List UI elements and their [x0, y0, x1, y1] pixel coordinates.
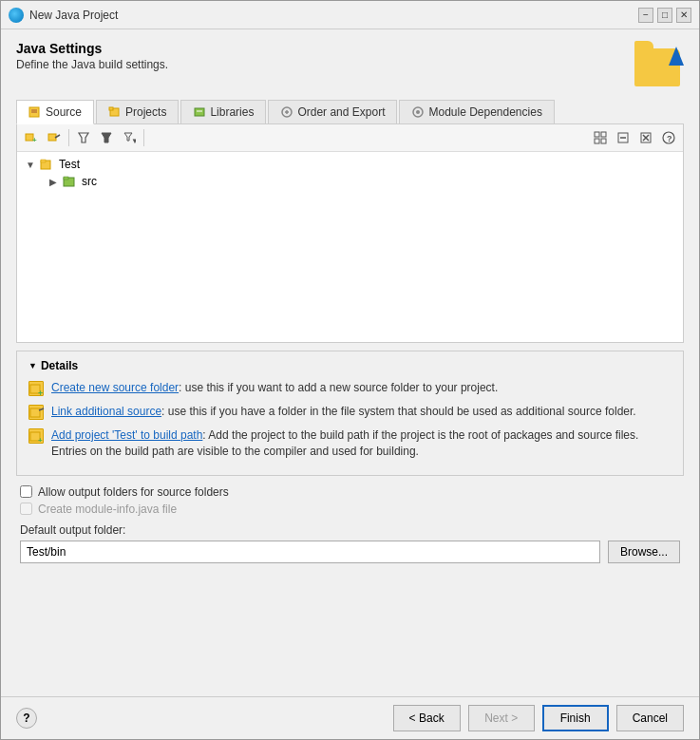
tab-order-label: Order and Export	[297, 105, 385, 119]
cancel-button[interactable]: Cancel	[616, 705, 684, 731]
main-panel: + ▼	[16, 124, 684, 343]
header-section: Java Settings Define the Java build sett…	[16, 41, 684, 90]
expand-all-btn[interactable]	[590, 127, 611, 148]
tree-area: ▼ Test ▶ src	[17, 152, 683, 342]
svg-text:+: +	[38, 436, 43, 445]
next-button[interactable]: Next >	[468, 705, 535, 731]
tree-toolbar: + ▼	[17, 124, 683, 152]
detail-text-suffix-1: : use this if you want to add a new sour…	[179, 381, 498, 394]
toolbar-sep-2	[143, 129, 144, 146]
svg-text:+: +	[38, 389, 43, 397]
close-button[interactable]: ✕	[676, 8, 691, 23]
browse-button[interactable]: Browse...	[608, 541, 680, 563]
filter2-btn[interactable]	[96, 127, 117, 148]
libraries-tab-icon	[193, 105, 206, 119]
tab-source[interactable]: Source	[16, 100, 94, 124]
projects-tab-icon	[108, 105, 122, 119]
title-bar-title: New Java Project	[29, 9, 118, 22]
source-tab-icon	[28, 105, 42, 119]
filter3-btn[interactable]: ▼	[119, 127, 140, 148]
svg-text:+: +	[32, 136, 37, 144]
link-source-btn[interactable]	[44, 127, 65, 148]
svg-rect-34	[64, 177, 68, 180]
module-tab-icon	[411, 105, 425, 119]
output-folder-input[interactable]	[20, 541, 600, 563]
allow-output-label: Allow output folders for source folders	[38, 485, 229, 499]
detail-icon-1: +	[28, 381, 44, 396]
src-folder-icon	[63, 175, 78, 188]
folder-arrow-icon	[669, 47, 684, 66]
tree-item-test[interactable]: ▼ Test	[17, 156, 683, 173]
java-project-icon	[9, 8, 24, 23]
header-text: Java Settings Define the Java build sett…	[16, 41, 168, 71]
svg-rect-37	[30, 408, 40, 417]
toolbar-sep-1	[68, 129, 69, 146]
tab-libraries[interactable]: Libraries	[180, 100, 266, 123]
title-bar-controls: − □ ✕	[638, 8, 691, 23]
svg-rect-20	[595, 132, 599, 137]
detail-link-3[interactable]: Add project 'Test' to build path	[51, 428, 202, 442]
help-btn-toolbar[interactable]: ?	[658, 127, 679, 148]
detail-item-1: + Create new source folder: use this if …	[28, 380, 672, 396]
folder-icon	[634, 48, 680, 86]
svg-rect-32	[41, 160, 46, 162]
nav-buttons: < Back Next > Finish Cancel	[393, 705, 684, 731]
order-tab-icon	[280, 105, 293, 119]
remove-btn[interactable]	[635, 127, 656, 148]
svg-rect-4	[109, 107, 113, 110]
test-project-label: Test	[59, 158, 80, 171]
details-title: Details	[28, 359, 672, 372]
minimize-button[interactable]: −	[638, 8, 653, 23]
src-folder-label: src	[82, 175, 97, 188]
tree-children: ▶ src	[17, 173, 683, 190]
detail-text-1: Create new source folder: use this if yo…	[51, 380, 498, 396]
bottom-section: Allow output folders for source folders …	[16, 485, 684, 563]
page-title: Java Settings	[16, 41, 168, 56]
output-row: Browse...	[20, 541, 680, 563]
tab-libraries-label: Libraries	[210, 105, 254, 119]
header-icon	[634, 41, 684, 90]
maximize-button[interactable]: □	[657, 8, 672, 23]
dialog-window: New Java Project − □ ✕ Java Settings Def…	[0, 0, 700, 740]
tab-module[interactable]: Module Dependencies	[399, 100, 554, 123]
tree-chevron-src: ▶	[47, 176, 59, 187]
title-bar-left: New Java Project	[9, 8, 118, 23]
finish-button[interactable]: Finish	[542, 705, 609, 731]
tabs-section: Source Projects Libraries Order and Expo…	[16, 100, 684, 124]
svg-rect-5	[195, 108, 204, 116]
detail-text-suffix-2: : use this if you have a folder in the f…	[161, 405, 636, 418]
detail-text-2: Link additional source: use this if you …	[51, 404, 636, 420]
back-button[interactable]: < Back	[393, 705, 461, 731]
detail-icon-3: +	[28, 428, 44, 444]
add-source-folder-btn[interactable]: +	[21, 127, 42, 148]
test-project-icon	[40, 158, 55, 171]
tab-module-label: Module Dependencies	[428, 105, 541, 119]
tab-source-label: Source	[46, 105, 82, 119]
content-area: Java Settings Define the Java build sett…	[1, 29, 699, 687]
create-module-row: Create module-info.java file	[20, 503, 680, 516]
create-module-label: Create module-info.java file	[38, 503, 177, 516]
create-module-checkbox[interactable]	[20, 503, 32, 515]
detail-item-2: Link additional source: use this if you …	[28, 404, 672, 420]
svg-point-11	[416, 110, 420, 114]
filter-btn[interactable]	[73, 127, 94, 148]
title-bar: New Java Project − □ ✕	[1, 1, 699, 29]
detail-icon-2	[28, 405, 44, 420]
page-subtitle: Define the Java build settings.	[16, 58, 168, 71]
tab-projects-label: Projects	[125, 105, 166, 119]
tab-projects[interactable]: Projects	[96, 100, 179, 123]
allow-output-checkbox[interactable]	[20, 485, 32, 498]
detail-link-1[interactable]: Create new source folder	[51, 381, 179, 394]
svg-marker-17	[102, 133, 111, 142]
detail-text-3: Add project 'Test' to build path: Add th…	[51, 427, 672, 460]
svg-marker-16	[79, 133, 88, 142]
help-button[interactable]: ?	[16, 708, 37, 729]
tree-item-src[interactable]: ▶ src	[40, 173, 683, 190]
collapse-all-btn[interactable]	[613, 127, 634, 148]
svg-rect-21	[601, 132, 606, 137]
details-section: Details + Create new source folder: use …	[16, 351, 684, 476]
detail-link-2[interactable]: Link additional source	[51, 405, 161, 418]
svg-rect-23	[601, 139, 606, 143]
tab-order[interactable]: Order and Export	[268, 100, 397, 123]
output-folder-label: Default output folder:	[20, 523, 680, 537]
